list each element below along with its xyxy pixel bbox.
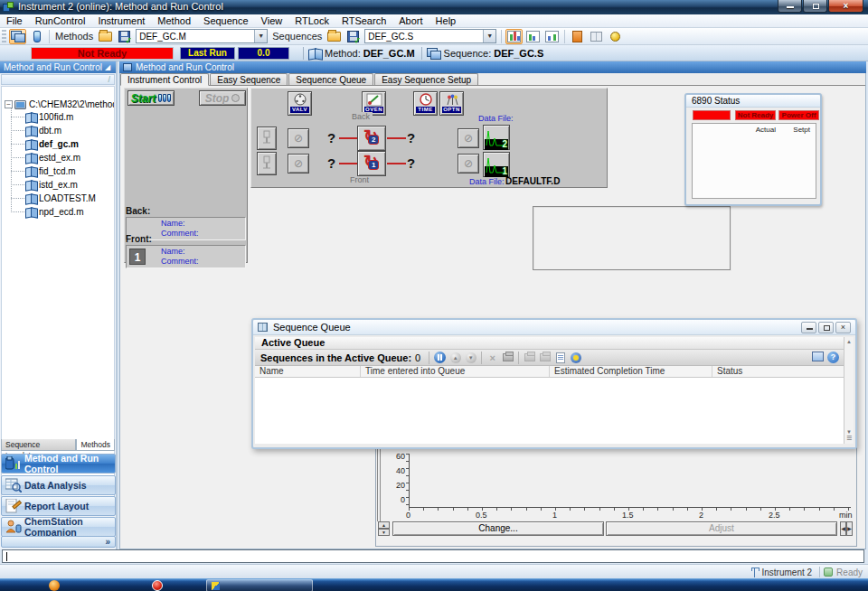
tree-item-method[interactable]: dbt.m [2, 125, 61, 136]
tree-item-method[interactable]: istd_ex.m [2, 179, 78, 191]
stop-button[interactable]: Stop [199, 90, 246, 106]
scroll-left-button[interactable]: ◀ [840, 521, 846, 536]
queue-alert-button[interactable] [569, 351, 582, 364]
delete-button[interactable]: × [486, 351, 499, 364]
tab-easy-sequence[interactable]: Easy Sequence [210, 73, 288, 85]
queue-log-button[interactable] [553, 351, 567, 364]
gc-status-title[interactable]: 6890 Status [686, 95, 820, 108]
menu-file[interactable]: File [0, 14, 29, 28]
back-detector-button[interactable]: ⊘ [458, 128, 479, 148]
tree-item-method[interactable]: fid_tcd.m [2, 165, 76, 177]
column-button[interactable] [569, 29, 586, 44]
spinner-down-button[interactable]: ▼ [378, 529, 390, 536]
tab-methods[interactable]: Methods [76, 439, 115, 451]
scroll-up-icon[interactable]: ▲ [846, 339, 852, 344]
move-up-button[interactable]: ▲ [448, 351, 462, 364]
nav-report-layout[interactable]: Report Layout [1, 496, 116, 516]
menu-view[interactable]: View [255, 14, 289, 28]
tab-easy-sequence-setup[interactable]: Easy Sequence Setup [374, 73, 478, 85]
menu-abort[interactable]: Abort [392, 14, 429, 28]
options-button[interactable]: OPTN [439, 91, 464, 116]
column-name[interactable]: Name [255, 366, 361, 377]
start-button[interactable]: Start [127, 90, 175, 106]
scroll-right-button[interactable]: ▶ [846, 521, 853, 536]
tree-root[interactable]: − C:\CHEM32\2\methods [5, 98, 115, 110]
tree-item-method[interactable]: LOADTEST.M [2, 192, 96, 204]
chevron-down-icon[interactable]: ▼ [254, 30, 267, 42]
chevron-down-icon[interactable]: ▼ [483, 30, 495, 42]
print-button[interactable] [501, 351, 514, 364]
signal-monitor-2-button[interactable]: 2 [483, 125, 510, 150]
tree-item-method[interactable]: estd_ex.m [2, 152, 80, 164]
spinner-up-button[interactable]: ▲ [378, 521, 390, 529]
back-injector-button[interactable]: ↻ 2 [357, 126, 386, 151]
minimize-button[interactable] [801, 322, 816, 333]
nav-method-and-run-control[interactable]: Method and Run Control [1, 454, 116, 474]
remove-sequence-button[interactable] [538, 351, 552, 364]
menu-instrument[interactable]: Instrument [91, 14, 151, 28]
signal-monitor-1-button[interactable]: 1 [483, 152, 510, 177]
export-table-icon[interactable] [812, 352, 824, 361]
back-syringe-button[interactable] [257, 127, 277, 150]
back-inlet-button[interactable]: ⊘ [288, 128, 309, 148]
command-line-input[interactable] [2, 549, 864, 563]
edit-sequence-button[interactable] [523, 351, 536, 364]
sample-info-button[interactable] [28, 29, 45, 44]
nav-overflow-chevron[interactable]: » [1, 536, 116, 548]
front-injector-button[interactable]: ↻ 1 [357, 151, 386, 176]
online-plot-view-button[interactable] [505, 29, 523, 44]
menu-method[interactable]: Method [151, 14, 197, 28]
front-syringe-button[interactable] [257, 152, 277, 175]
close-button[interactable]: × [828, 0, 863, 13]
tree-item-method[interactable]: def_gc.m [2, 138, 79, 150]
load-method-button[interactable] [97, 29, 114, 44]
nav-chemstation-companion[interactable]: ChemStation Companion [1, 517, 116, 537]
plot-splitter[interactable] [377, 449, 378, 521]
column-estimated-completion[interactable]: Estimated Completion Time [550, 366, 712, 377]
help-icon[interactable]: ? [827, 352, 839, 363]
toolbar-grip[interactable] [2, 30, 6, 42]
queue-scrollbar[interactable]: ▲ ▼ ☰ [844, 337, 854, 444]
table-button[interactable] [588, 29, 605, 44]
tab-sequence-templates[interactable]: Sequence templates [1, 439, 76, 451]
method-run-view-button[interactable] [9, 29, 26, 44]
front-inlet-button[interactable]: ⊘ [288, 154, 309, 174]
column-status[interactable]: Status [712, 366, 845, 377]
column-time-entered[interactable]: Time entered into Queue [361, 366, 550, 377]
tree-item-method[interactable]: npd_ecd.m [2, 206, 83, 218]
menu-runcontrol[interactable]: RunControl [29, 14, 92, 28]
menu-rtsearch[interactable]: RTSearch [335, 14, 392, 28]
sequence-combo[interactable]: DEF_GC.S▼ [364, 29, 496, 43]
restore-button[interactable] [818, 322, 834, 333]
resize-handle-icon[interactable]: ☰ [846, 435, 852, 442]
nav-data-analysis[interactable]: Data Analysis [1, 475, 116, 495]
status-view-button[interactable] [543, 29, 561, 44]
plot-splitter[interactable] [380, 449, 381, 521]
menu-sequence[interactable]: Sequence [197, 14, 255, 28]
tree-collapse-icon[interactable]: − [5, 100, 13, 108]
tab-instrument-control[interactable]: Instrument Control [120, 73, 209, 86]
load-sequence-button[interactable] [326, 29, 343, 44]
method-combo[interactable]: DEF_GC.M▼ [136, 29, 268, 43]
sidebar-filter-box[interactable]: / [1, 74, 115, 85]
valve-button[interactable]: VALV [288, 91, 312, 116]
menu-help[interactable]: Help [429, 14, 463, 28]
taskbar-icon-orange[interactable] [49, 580, 60, 591]
change-button[interactable]: Change... [392, 521, 604, 536]
lamp-button[interactable] [607, 29, 624, 44]
pause-queue-button[interactable] [433, 351, 447, 364]
menu-rtlock[interactable]: RTLock [288, 14, 335, 28]
diagram-view-button[interactable] [524, 29, 542, 44]
close-button[interactable]: × [835, 322, 851, 333]
sequence-queue-titlebar[interactable]: Sequence Queue × [253, 320, 855, 335]
save-sequence-button[interactable] [344, 29, 362, 44]
pin-icon[interactable]: ◢ [105, 63, 112, 71]
taskbar-icon-red[interactable] [152, 580, 163, 591]
minimize-button[interactable] [778, 0, 802, 13]
tree-item-method[interactable]: 100fid.m [2, 111, 73, 123]
move-down-button[interactable]: ▼ [464, 351, 477, 364]
time-button[interactable]: TIME [413, 91, 438, 116]
maximize-button[interactable] [803, 0, 827, 13]
taskbar-app-button[interactable] [206, 579, 313, 591]
front-detector-button[interactable]: ⊘ [458, 154, 479, 174]
